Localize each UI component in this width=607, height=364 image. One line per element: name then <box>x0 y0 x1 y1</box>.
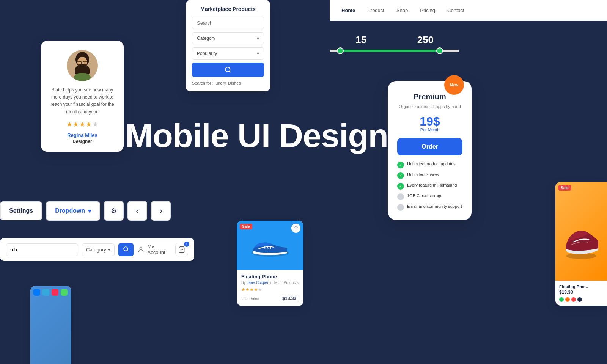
next-button[interactable]: › <box>151 201 171 221</box>
check-icon-1: ✓ <box>397 162 404 168</box>
feature-text-5: Email and community support <box>407 204 462 209</box>
chevron-right-icon: › <box>159 206 162 216</box>
bottom-search-button[interactable] <box>118 243 134 256</box>
gear-button[interactable]: ⚙ <box>104 201 124 221</box>
testimonial-text: Slate helps you see how many more days y… <box>49 86 116 116</box>
marketplace-card: Marketplace Products Category ▾ Populari… <box>186 0 270 91</box>
search-input[interactable] <box>197 20 259 26</box>
category-label: Category <box>197 36 215 41</box>
dropdown-button[interactable]: Dropdown ▾ <box>46 201 100 221</box>
svg-point-10 <box>140 247 142 249</box>
product-meta: By Jane Cooper in Tech, Products <box>241 281 299 285</box>
feature-item-1: ✓ Unlimited product updates <box>397 162 462 168</box>
product-info: Floating Phone By Jane Cooper in Tech, P… <box>237 270 304 306</box>
product-author-link[interactable]: Jane Cooper <box>247 281 268 285</box>
search-button[interactable] <box>192 63 264 77</box>
check-icon-2: ✓ <box>397 172 404 179</box>
product-shoe-image <box>249 232 291 259</box>
marketplace-title: Marketplace Products <box>192 6 264 12</box>
premium-description: Organize across all apps by hand <box>397 104 462 110</box>
color-dot-1[interactable] <box>559 297 564 302</box>
svg-point-9 <box>124 247 128 251</box>
sale-product-name: Floating Pho... <box>559 284 603 289</box>
nav-item-shop[interactable]: Shop <box>396 8 408 13</box>
color-dot-2[interactable] <box>565 297 570 302</box>
color-swatches <box>559 297 603 302</box>
search-hint: Search for : lundry, Dishes <box>192 81 264 85</box>
color-dot-4[interactable] <box>577 297 582 302</box>
wishlist-button[interactable]: ♡ <box>291 224 300 233</box>
avatar <box>67 50 98 81</box>
navbar: Home Product Shop Pricing Contact <box>330 0 607 21</box>
app-icon-3 <box>52 289 58 296</box>
bottom-category-label: Category <box>86 247 106 253</box>
product-name: Floating Phone <box>241 274 299 279</box>
gear-icon: ⚙ <box>111 207 117 215</box>
chevron-left-icon: ‹ <box>136 206 139 216</box>
account-area: My Account <box>137 244 171 255</box>
new-badge: New <box>444 75 464 95</box>
dropdown-label: Dropdown <box>55 207 85 214</box>
search-icon <box>225 66 231 73</box>
cart-badge: 1 <box>184 242 189 247</box>
slider-track[interactable] <box>330 50 459 52</box>
cart-button[interactable]: 1 <box>175 243 188 256</box>
sale-product-shoe <box>560 197 602 265</box>
sale-badge: Sale <box>240 224 252 229</box>
buttons-area: Settings Dropdown ▾ ⚙ ‹ › <box>0 201 171 221</box>
category-dropdown[interactable]: Category ▾ <box>192 32 264 44</box>
premium-period: Per Month <box>397 127 462 132</box>
feature-text-1: Unlimited product updates <box>407 162 456 166</box>
feature-item-4: 1GB Cloud storage <box>397 193 462 200</box>
slider-thumb-right[interactable] <box>436 47 443 54</box>
sale-product-info: Floating Pho... $13.33 <box>555 281 607 306</box>
bottom-category-dropdown[interactable]: Category ▾ <box>82 243 115 256</box>
settings-button[interactable]: Settings <box>0 201 42 220</box>
sale-badge-right: Sale <box>558 185 571 191</box>
prev-button[interactable]: ‹ <box>127 201 147 221</box>
order-button[interactable]: Order <box>397 138 462 155</box>
nav-item-pricing[interactable]: Pricing <box>420 8 435 13</box>
product-card: Sale ♡ Floating Phone By Jane Cooper in … <box>237 221 304 306</box>
slider-thumb-left[interactable] <box>337 47 344 54</box>
svg-line-15 <box>270 246 271 249</box>
main-title: Mobile UI Design <box>125 118 388 154</box>
phone-preview <box>30 286 71 364</box>
product-price: $13.33 <box>280 295 299 302</box>
check-icon-3: ✓ <box>397 183 404 190</box>
bottom-search-input[interactable] <box>6 243 78 256</box>
product-footer: ↓ 15 Sales $13.33 <box>241 295 299 302</box>
color-dot-3[interactable] <box>571 297 576 302</box>
range-slider-widget: 15 250 <box>330 34 459 52</box>
nav-item-home[interactable]: Home <box>341 8 355 13</box>
search-icon <box>123 246 129 252</box>
search-field-wrap[interactable] <box>192 17 264 29</box>
testimonial-card: Slate helps you see how many more days y… <box>41 41 124 152</box>
feature-item-3: ✓ Every feature in Figmaland <box>397 183 462 190</box>
nav-item-product[interactable]: Product <box>367 8 384 13</box>
premium-price: 19$ <box>397 115 462 127</box>
feature-list: ✓ Unlimited product updates ✓ Unlimited … <box>397 162 462 211</box>
feature-text-2: Unlimited Shares <box>407 172 439 177</box>
cart-icon <box>178 246 185 253</box>
avatar-image <box>67 50 98 81</box>
user-icon <box>137 246 145 253</box>
app-icon-1 <box>33 289 40 296</box>
feature-item-5: Email and community support <box>397 204 462 211</box>
sale-product-image: Sale <box>555 182 607 281</box>
range-min-value: 15 <box>355 34 366 46</box>
dropdown-chevron-icon: ▾ <box>88 207 91 215</box>
sale-product-right: Sale Floating Pho... $13.33 <box>555 182 607 306</box>
nav-item-contact[interactable]: Contact <box>447 8 464 13</box>
popularity-dropdown[interactable]: Popularity ▾ <box>192 47 264 60</box>
range-max-value: 250 <box>417 34 434 46</box>
check-icon-4 <box>397 193 404 200</box>
premium-card: New Premium Organize across all apps by … <box>388 81 472 220</box>
bottom-category-chevron: ▾ <box>108 247 110 253</box>
account-label: My Account <box>148 244 171 255</box>
product-stars: ★★★★★ <box>241 287 299 292</box>
feature-text-4: 1GB Cloud storage <box>407 193 443 198</box>
app-icon-4 <box>61 289 68 296</box>
bottom-searchbar: Category ▾ My Account 1 <box>0 238 194 261</box>
feature-item-2: ✓ Unlimited Shares <box>397 172 462 179</box>
